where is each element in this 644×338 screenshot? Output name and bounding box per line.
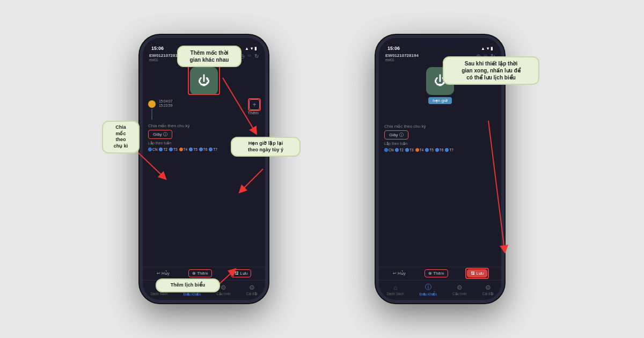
day-label-t4: T4: [184, 148, 188, 151]
right-them-button[interactable]: ⊕ Thêm: [425, 269, 448, 277]
day-dot-t5: [189, 148, 193, 151]
add-btn-wrapper: +: [249, 99, 260, 110]
chia-moc-label: Chia mốc theo chu kỳ: [148, 122, 260, 129]
cau-hinh-label: Cấu hình: [216, 292, 231, 296]
right-giay-dropdown[interactable]: Giây ⓘ: [384, 130, 408, 139]
tab-cai-dat[interactable]: ⚙ Cài đặt: [246, 284, 258, 296]
right-giay-label: Giây: [389, 133, 398, 137]
luu-wrapper: 🖫 Lưu: [467, 269, 487, 277]
timeline-spacer: [384, 106, 496, 122]
right-luu-button[interactable]: 🖫 Lưu: [467, 269, 487, 277]
right-day-label-t2: T2: [399, 148, 404, 152]
right-day-t6[interactable]: T6: [435, 148, 444, 152]
right-bottom-actions: ↩ Hủy ⊕ Thêm 🖫 Lưu: [379, 267, 501, 280]
power-button[interactable]: ⏻: [190, 67, 218, 95]
right-huy-label: ↩ Hủy: [393, 271, 406, 276]
wifi-icon: ▾: [251, 46, 253, 51]
cau-hinh-icon: ⚙: [221, 284, 226, 291]
right-status-icons: ▲ ▾ ▮: [481, 46, 493, 51]
right-cau-hinh-label: Cấu hình: [452, 292, 467, 296]
cai-dat-icon: ⚙: [249, 284, 255, 291]
luu-label: 🖫 Lưu: [235, 271, 247, 276]
day-t2[interactable]: T2: [159, 148, 167, 151]
right-time-display: 15:06: [387, 46, 400, 51]
timeline-line: [151, 109, 152, 120]
right-device-info: EW01210728194 ew01: [385, 53, 419, 62]
time-info: 15:04:07 15:23:59: [159, 99, 172, 108]
right-luu-label: 🖫 Lưu: [471, 271, 484, 276]
right-laptheo-label: Lặp theo tuần: [384, 141, 496, 147]
time-display: 15:06: [151, 46, 164, 51]
right-day-label-t5: T5: [429, 148, 434, 152]
day-cn[interactable]: CN: [148, 148, 157, 151]
right-tab-danh-sach[interactable]: ⌂ Danh Sách: [386, 284, 404, 296]
right-day-t2[interactable]: T2: [395, 148, 404, 152]
right-tab-bar: ⌂ Danh Sách ⓘ Điều Khiển ⚙ Cấu hình ⚙ Cà…: [379, 280, 501, 300]
day-dot-t3: [169, 148, 173, 151]
right-chu-ky-row: Giây ⓘ: [384, 129, 496, 141]
them-action-button[interactable]: ⊕ Thêm: [188, 269, 212, 277]
day-label-t5: T5: [193, 148, 197, 151]
right-wifi-icon: ▾: [487, 46, 489, 51]
dieu-khien-label: Điều Khiển: [183, 292, 201, 297]
hen-gio-badge[interactable]: hẹn giờ: [428, 97, 451, 104]
time1: 15:04:07: [159, 99, 172, 103]
annotation-bubble-hen-gio: Hẹn giờ lặp lại theo ngày tùy ý: [231, 137, 301, 157]
day-t6[interactable]: T6: [199, 148, 208, 151]
battery-icon: ▮: [254, 46, 257, 51]
day-dot-t4: [179, 148, 183, 151]
huy-button[interactable]: ↩ Hủy: [157, 271, 170, 276]
right-day-label-cn: CN: [389, 148, 393, 152]
right-day-t3[interactable]: T3: [405, 148, 414, 152]
giay-dropdown[interactable]: Giây ⓘ: [148, 130, 172, 139]
right-battery-icon: ▮: [491, 46, 493, 51]
right-tab-dieu-khien[interactable]: ⓘ Điều Khiển: [419, 283, 437, 297]
day-t5[interactable]: T5: [189, 148, 197, 151]
luu-button[interactable]: 🖫 Lưu: [231, 269, 251, 277]
info-icon: ⓘ: [163, 131, 167, 137]
right-cau-hinh-icon: ⚙: [457, 284, 463, 291]
annotation-bubble-them-lich: Thêm lịch biểu: [156, 278, 220, 292]
right-day-cn[interactable]: CN: [384, 148, 393, 152]
bottom-actions: ↩ Hủy ⊕ Thêm 🖫 Lưu: [143, 267, 265, 280]
day-dot-t2: [159, 148, 163, 151]
right-huy-button[interactable]: ↩ Hủy: [393, 271, 406, 276]
right-day-t7[interactable]: T7: [445, 148, 453, 152]
right-day-label-t6: T6: [440, 148, 444, 152]
right-day-label-t3: T3: [409, 148, 414, 152]
day-t3[interactable]: T3: [169, 148, 178, 151]
timeline-dot: [148, 100, 156, 108]
right-danh-sach-label: Danh Sách: [386, 292, 404, 296]
wifi-icon-header: ⌔: [248, 53, 251, 59]
add-button[interactable]: +: [249, 99, 260, 110]
right-danh-sach-icon: ⌂: [393, 284, 397, 291]
annotation-bubble-sau-khi: Sau khi thiết lập thời gian xong, nhấn l…: [443, 56, 539, 85]
right-timeline-area: Chia mốc theo chu kỳ Giây ⓘ Lặp theo tuầ…: [379, 106, 501, 267]
right-device-sub: ew01: [385, 58, 419, 62]
right-day-dot-cn: [384, 148, 388, 152]
right-day-dot-t2: [395, 148, 399, 152]
day-label-t3: T3: [173, 148, 178, 151]
timeline-content: 15:04:07 15:23:59: [159, 99, 172, 108]
right-day-label-t4: T4: [420, 148, 424, 152]
right-cai-dat-label: Cài đặt: [482, 292, 494, 296]
day-dot-t7: [209, 148, 213, 151]
add-area: + Thêm: [248, 99, 260, 115]
power-btn-area[interactable]: ⏻: [143, 64, 265, 97]
day-t4[interactable]: T4: [179, 148, 188, 151]
left-phone-frame: 15:06 ▲ ▾ ▮ EW01210728194 ew01 ◷ ⌔ ↻: [140, 35, 268, 303]
day-label-t7: T7: [213, 148, 217, 151]
day-t7[interactable]: T7: [209, 148, 217, 151]
header-icons: ◷ ⌔ ↻: [240, 53, 259, 59]
right-day-t5[interactable]: T5: [425, 148, 434, 152]
right-day-t4[interactable]: T4: [415, 148, 424, 152]
left-phone-section: Thêm mốc thời gian khác nhau Chia mốc th…: [102, 13, 306, 325]
day-dot-t6: [199, 148, 203, 151]
time2: 15:23:59: [159, 104, 172, 107]
right-tab-cai-dat[interactable]: ⚙ Cài đặt: [482, 284, 494, 296]
them-action-label: ⊕ Thêm: [192, 271, 208, 276]
giay-label: Giây: [153, 132, 162, 137]
timeline-left: [148, 99, 156, 120]
signal-icon: ▲: [245, 46, 249, 51]
right-tab-cau-hinh[interactable]: ⚙ Cấu hình: [452, 284, 467, 296]
